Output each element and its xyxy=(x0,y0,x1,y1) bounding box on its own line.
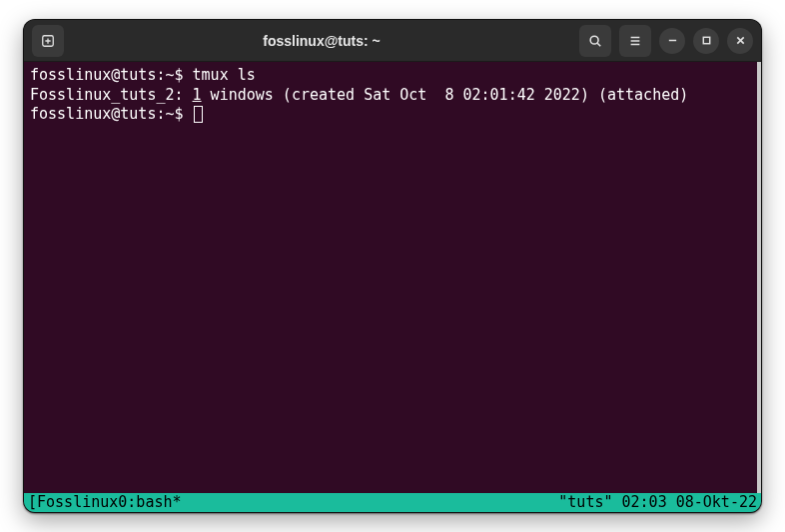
close-button[interactable] xyxy=(727,28,753,54)
close-icon xyxy=(735,35,746,46)
search-icon xyxy=(588,34,602,48)
new-tab-button[interactable] xyxy=(32,25,64,57)
menu-button[interactable] xyxy=(619,25,651,57)
status-right: "tuts" 02:03 08-Okt-22 xyxy=(558,493,757,512)
terminal-line: Fosslinux_tuts_2: 1 windows (created Sat… xyxy=(30,86,751,106)
minimize-button[interactable] xyxy=(659,28,685,54)
minimize-icon xyxy=(667,35,678,46)
maximize-icon xyxy=(701,35,712,46)
svg-rect-9 xyxy=(703,37,709,43)
command-output-count: 1 xyxy=(193,86,202,104)
terminal-window: fosslinux@tuts: ~ xyxy=(23,19,762,513)
status-left: [Fosslinux0:bash* xyxy=(28,493,558,512)
svg-point-3 xyxy=(590,36,598,44)
terminal-line: fosslinux@tuts:~$ tmux ls xyxy=(30,66,751,86)
maximize-button[interactable] xyxy=(693,28,719,54)
svg-line-4 xyxy=(597,43,600,46)
shell-prompt: fosslinux@tuts:~$ xyxy=(30,66,193,84)
tmux-statusbar: [Fosslinux0:bash* "tuts" 02:03 08-Okt-22 xyxy=(24,493,761,512)
window-title: fosslinux@tuts: ~ xyxy=(70,33,573,49)
terminal-body[interactable]: fosslinux@tuts:~$ tmux ls Fosslinux_tuts… xyxy=(24,62,761,493)
titlebar-left xyxy=(32,25,64,57)
search-button[interactable] xyxy=(579,25,611,57)
terminal-line: fosslinux@tuts:~$ xyxy=(30,105,751,125)
command-output: Fosslinux_tuts_2: xyxy=(30,86,193,104)
command-output: windows (created Sat Oct 8 02:01:42 2022… xyxy=(202,86,689,104)
titlebar: fosslinux@tuts: ~ xyxy=(24,20,761,62)
shell-command: tmux ls xyxy=(193,66,256,84)
titlebar-right xyxy=(579,25,753,57)
hamburger-icon xyxy=(628,34,642,48)
shell-prompt: fosslinux@tuts:~$ xyxy=(30,105,193,123)
terminal-cursor xyxy=(194,106,203,123)
new-tab-icon xyxy=(41,34,55,48)
